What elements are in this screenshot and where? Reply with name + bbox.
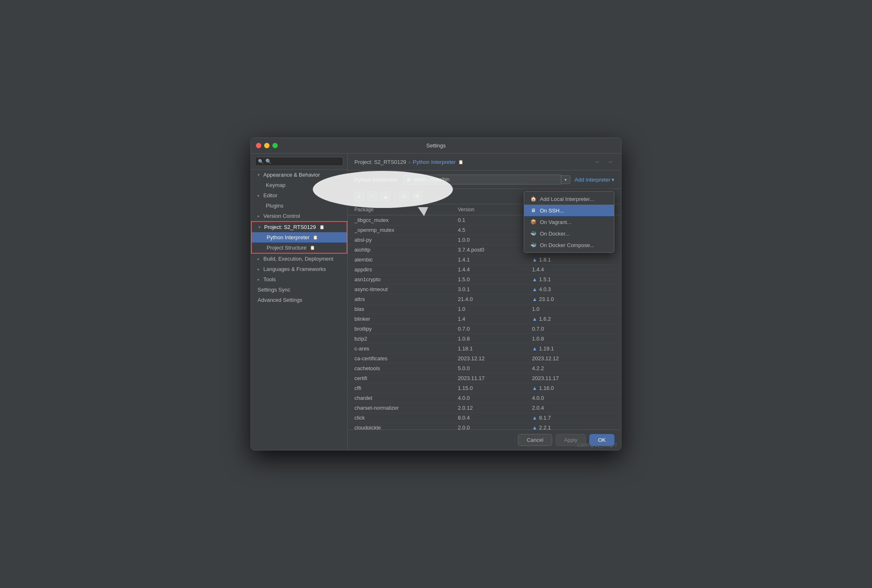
sidebar-search-input[interactable] [255, 157, 343, 166]
upgrade-arrow-icon: ▲ [532, 425, 537, 429]
sidebar-item-plugins[interactable]: Plugins [251, 201, 347, 211]
cancel-button[interactable]: Cancel [518, 434, 552, 446]
dropdown-item-label: On Vagrant... [540, 219, 571, 225]
upgrade-arrow-icon: ▲ [532, 296, 537, 302]
sidebar-item-python-interpreter[interactable]: Python Interpreter 📋 [252, 232, 347, 243]
package-version: 3.0.1 [458, 286, 532, 292]
dropdown-item-on-docker[interactable]: 🐳 On Docker... [524, 228, 614, 239]
sidebar-item-appearance[interactable]: ▾ Appearance & Behavior [251, 170, 347, 180]
sidebar-item-settings-sync[interactable]: Settings Sync [251, 285, 347, 295]
package-latest: ▲8.1.7 [532, 415, 614, 421]
up-package-button[interactable]: ▲ [381, 191, 391, 201]
sidebar-search-area: 🔍 [251, 154, 347, 170]
upgrade-arrow-icon: ▲ [532, 385, 537, 391]
package-version: 3.7.4.post0 [458, 247, 532, 253]
dropdown-item-label: On SSH... [540, 208, 564, 214]
minimize-button[interactable] [264, 143, 270, 148]
table-row[interactable]: c-ares1.18.1▲1.19.1 [348, 344, 621, 354]
dropdown-item-add-local[interactable]: 🏠 Add Local Interpreter... [524, 193, 614, 205]
vagrant-icon: 📦 [530, 219, 537, 225]
table-row[interactable]: blinker1.4▲1.6.2 [348, 314, 621, 324]
package-latest: 1.4.4 [532, 266, 614, 273]
table-row[interactable]: bzip21.0.81.0.8 [348, 334, 621, 344]
package-name: ca-certificates [354, 355, 458, 362]
table-row[interactable]: cffi1.15.0▲1.16.0 [348, 383, 621, 393]
breadcrumb-project: Project: S2_RTS0129 [354, 159, 406, 165]
interpreter-dropdown-arrow[interactable]: ▾ [561, 175, 570, 184]
package-name: aiohttp [354, 247, 458, 253]
package-name: chardet [354, 395, 458, 401]
sidebar-item-project-structure[interactable]: Project Structure 📋 [252, 243, 347, 253]
package-version: 0.1 [458, 217, 532, 223]
package-version: 8.0.4 [458, 415, 532, 421]
table-row[interactable]: appdirs1.4.41.4.4 [348, 265, 621, 275]
package-latest: 1.0 [532, 306, 614, 312]
package-latest: 4.0.0 [532, 395, 614, 401]
table-row[interactable]: brotlipy0.7.00.7.0 [348, 324, 621, 334]
table-row[interactable]: charset-normalizer2.0.122.0.4 [348, 403, 621, 413]
sidebar-item-label: Keymap [266, 182, 286, 188]
package-latest: 2023.11.17 [532, 375, 614, 381]
settings-window: Settings 🔍 ▾ Appearance & Behavior Keyma… [251, 138, 621, 450]
package-name: asn1crypto [354, 276, 458, 282]
add-package-button[interactable]: + [354, 191, 364, 201]
package-latest: 0.7.0 [532, 326, 614, 332]
sidebar-item-label: Settings Sync [258, 287, 291, 293]
table-row[interactable]: async-timeout3.0.1▲4.0.3 [348, 285, 621, 294]
package-version: 1.15.0 [458, 385, 532, 391]
table-row[interactable]: alembic1.4.1▲1.8.1 [348, 255, 621, 265]
package-latest: ▲23.1.0 [532, 296, 614, 302]
nav-forward-button[interactable]: → [605, 158, 614, 166]
package-version: 1.4 [458, 316, 532, 322]
table-row[interactable]: click8.0.4▲8.1.7 [348, 413, 621, 423]
package-name: _openmp_mutex [354, 227, 458, 233]
main-content: 🔍 ▾ Appearance & Behavior Keymap ▸ Edito… [251, 154, 621, 450]
sidebar-item-tools[interactable]: ▸ Tools [251, 274, 347, 285]
dropdown-item-on-docker-compose[interactable]: 🐳 On Docker Compose... [524, 239, 614, 251]
table-row[interactable]: asn1crypto1.5.0▲1.5.1 [348, 275, 621, 285]
refresh-button[interactable]: ↻ [399, 191, 409, 201]
sidebar-item-version-control[interactable]: ▸ Version Control [251, 211, 347, 221]
sidebar-item-project[interactable]: ▾ Project: S2_RTS0129 📋 [252, 222, 347, 232]
sidebar-item-build[interactable]: ▸ Build, Execution, Deployment [251, 254, 347, 264]
add-interpreter-button[interactable]: Add Interpreter ▾ [574, 177, 614, 183]
table-row[interactable]: cachetools5.0.04.2.2 [348, 364, 621, 373]
remove-package-button[interactable]: − [368, 191, 377, 201]
eye-button[interactable]: 👁 [413, 191, 422, 201]
upgrade-arrow-icon: ▲ [532, 286, 537, 292]
package-name: certifi [354, 375, 458, 381]
table-row[interactable]: blas1.01.0 [348, 304, 621, 314]
package-version: 1.0 [458, 306, 532, 312]
table-row[interactable]: certifi2023.11.172023.11.17 [348, 373, 621, 383]
maximize-button[interactable] [272, 143, 278, 148]
package-latest: ▲1.19.1 [532, 345, 614, 352]
sidebar-item-label: Version Control [263, 213, 300, 219]
table-row[interactable]: ca-certificates2023.12.122023.12.12 [348, 354, 621, 364]
package-version: 2.0.0 [458, 425, 532, 429]
sidebar-item-keymap[interactable]: Keymap [251, 180, 347, 190]
dropdown-item-on-vagrant[interactable]: 📦 On Vagrant... [524, 216, 614, 228]
package-latest: ▲1.5.1 [532, 276, 614, 282]
upgrade-arrow-icon: ▲ [532, 316, 537, 322]
breadcrumb-page: Python Interpreter [413, 159, 456, 165]
package-latest: 2023.12.12 [532, 355, 614, 362]
package-name: appdirs [354, 266, 458, 273]
close-button[interactable] [256, 143, 261, 148]
table-row[interactable]: attrs21.4.0▲23.1.0 [348, 294, 621, 304]
package-version: 1.0.8 [458, 336, 532, 342]
table-row[interactable]: cloudpickle2.0.0▲2.2.1 [348, 423, 621, 429]
breadcrumb: Project: S2_RTS0129 › Python Interpreter… [354, 159, 463, 165]
sidebar-item-editor[interactable]: ▸ Editor [251, 190, 347, 201]
package-name: bzip2 [354, 336, 458, 342]
arrow-icon: ▾ [258, 225, 263, 229]
toolbar-separator [395, 192, 395, 201]
sidebar-item-languages[interactable]: ▸ Languages & Frameworks [251, 264, 347, 274]
table-row[interactable]: chardet4.0.04.0.0 [348, 393, 621, 403]
nav-back-button[interactable]: ← [593, 158, 602, 166]
package-name: _libgcc_mutex [354, 217, 458, 223]
sidebar-item-label: Advanced Settings [258, 297, 302, 303]
dropdown-item-on-ssh[interactable]: 🖥 On SSH... [524, 205, 614, 216]
interpreter-select[interactable]: vision.../rmer/bin [403, 175, 562, 184]
package-name: click [354, 415, 458, 421]
sidebar-item-advanced-settings[interactable]: Advanced Settings [251, 295, 347, 305]
